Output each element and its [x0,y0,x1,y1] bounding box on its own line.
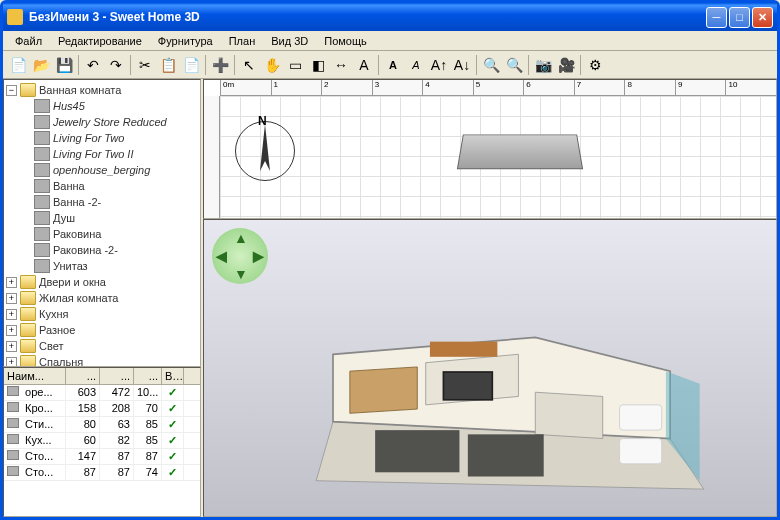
collapse-icon[interactable]: − [6,85,17,96]
nav-left-icon[interactable]: ◀ [216,248,227,264]
expand-icon[interactable]: + [6,277,17,288]
titlebar[interactable]: БезИмени 3 - Sweet Home 3D ─ □ ✕ [3,3,777,31]
check-icon: ✓ [168,402,177,414]
plan-view[interactable]: 0m12345678910 N [203,79,777,219]
format-italic[interactable]: A [405,54,427,76]
compass[interactable]: N [230,116,300,186]
tree-root[interactable]: − Ванная комната [6,82,198,98]
preferences-button[interactable]: ⚙ [584,54,606,76]
plan-canvas[interactable]: N [220,96,776,218]
text-tool[interactable]: A [353,54,375,76]
horizontal-ruler: 0m12345678910 [220,80,776,96]
table-row[interactable]: Кух...608285✓ [4,433,200,449]
room-tool[interactable]: ◧ [307,54,329,76]
menu-3d-view[interactable]: Вид 3D [263,33,316,49]
wall-tool[interactable]: ▭ [284,54,306,76]
add-furniture-button[interactable]: ➕ [209,54,231,76]
check-icon: ✓ [168,418,177,430]
tree-item[interactable]: Ванна [6,178,198,194]
svg-rect-11 [375,430,459,472]
redo-button[interactable]: ↷ [105,54,127,76]
furniture-icon [34,259,50,273]
3d-view[interactable]: ▲ ▼ ◀ ▶ [203,219,777,517]
nav-right-icon[interactable]: ▶ [253,248,264,264]
expand-icon[interactable]: + [6,309,17,320]
save-button[interactable]: 💾 [53,54,75,76]
menu-edit[interactable]: Редактирование [50,33,150,49]
tree-item[interactable]: Раковина [6,226,198,242]
copy-button[interactable]: 📋 [157,54,179,76]
tree-item[interactable]: Jewelry Store Reduced [6,114,198,130]
svg-rect-10 [430,342,497,357]
table-header[interactable]: Наим... ... ... ... В... [4,368,200,385]
svg-rect-7 [620,405,662,430]
expand-icon[interactable]: + [6,341,17,352]
furniture-icon [34,131,50,145]
tree-item[interactable]: Living For Two II [6,146,198,162]
nav-down-icon[interactable]: ▼ [234,266,248,282]
table-row[interactable]: Кро...15820870✓ [4,401,200,417]
folder-icon [20,323,36,337]
table-row[interactable]: Сто...878774✓ [4,465,200,481]
zoom-in-button[interactable]: 🔍 [480,54,502,76]
catalog-tree[interactable]: − Ванная комната Hus45Jewelry Store Redu… [3,79,201,367]
new-button[interactable]: 📄 [7,54,29,76]
tree-folder[interactable]: +Двери и окна [6,274,198,290]
content-area: − Ванная комната Hus45Jewelry Store Redu… [3,79,777,517]
tree-item[interactable]: openhouse_berging [6,162,198,178]
3d-nav-control[interactable]: ▲ ▼ ◀ ▶ [212,228,268,284]
undo-button[interactable]: ↶ [82,54,104,76]
minimize-button[interactable]: ─ [706,7,727,28]
tree-folder[interactable]: +Спальня [6,354,198,367]
right-panel: 0m12345678910 N ▲ ▼ [203,79,777,517]
furniture-icon [34,243,50,257]
menu-file[interactable]: Файл [7,33,50,49]
cut-button[interactable]: ✂ [134,54,156,76]
left-panel: − Ванная комната Hus45Jewelry Store Redu… [3,79,203,517]
tree-folder[interactable]: +Свет [6,338,198,354]
menu-help[interactable]: Помощь [316,33,375,49]
tree-item[interactable]: Hus45 [6,98,198,114]
plan-building-outline[interactable] [457,135,583,170]
tree-folder[interactable]: +Жилая комната [6,290,198,306]
zoom-out-button[interactable]: 🔍 [503,54,525,76]
increase-size[interactable]: A↑ [428,54,450,76]
format-bold[interactable]: A [382,54,404,76]
svg-marker-6 [535,392,602,438]
menubar: Файл Редактирование Фурнитура План Вид 3… [3,31,777,51]
dimension-tool[interactable]: ↔ [330,54,352,76]
close-button[interactable]: ✕ [752,7,773,28]
expand-icon[interactable]: + [6,357,17,368]
expand-icon[interactable]: + [6,293,17,304]
nav-up-icon[interactable]: ▲ [234,230,248,246]
table-row[interactable]: Сти...806385✓ [4,417,200,433]
table-row[interactable]: Сто...1478787✓ [4,449,200,465]
tree-item[interactable]: Ванна -2- [6,194,198,210]
tree-folder[interactable]: +Кухня [6,306,198,322]
furniture-icon [34,179,50,193]
table-row[interactable]: ope...60347210...✓ [4,385,200,401]
decrease-size[interactable]: A↓ [451,54,473,76]
tree-item[interactable]: Living For Two [6,130,198,146]
menu-furniture[interactable]: Фурнитура [150,33,221,49]
tree-item[interactable]: Душ [6,210,198,226]
3d-scene[interactable] [264,270,756,506]
video-button[interactable]: 🎥 [555,54,577,76]
tree-folder[interactable]: +Разное [6,322,198,338]
tree-item[interactable]: Раковина -2- [6,242,198,258]
open-button[interactable]: 📂 [30,54,52,76]
maximize-button[interactable]: □ [729,7,750,28]
folder-icon [20,291,36,305]
furniture-icon [34,147,50,161]
photo-button[interactable]: 📷 [532,54,554,76]
svg-rect-12 [468,434,544,476]
paste-button[interactable]: 📄 [180,54,202,76]
pan-tool[interactable]: ✋ [261,54,283,76]
expand-icon[interactable]: + [6,325,17,336]
furniture-table[interactable]: Наим... ... ... ... В... ope...60347210.… [3,367,201,517]
tree-item[interactable]: Унитаз [6,258,198,274]
select-tool[interactable]: ↖ [238,54,260,76]
furniture-icon [34,211,50,225]
folder-icon [20,355,36,367]
menu-plan[interactable]: План [221,33,264,49]
